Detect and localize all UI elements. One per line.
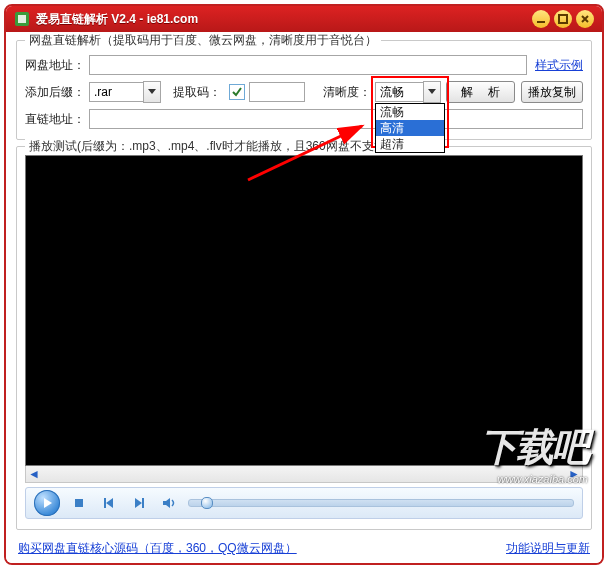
- close-button[interactable]: [576, 10, 594, 28]
- scroll-right-icon[interactable]: ►: [566, 467, 582, 481]
- play-button[interactable]: [34, 490, 60, 516]
- svg-rect-1: [18, 15, 26, 23]
- horizontal-scrollbar[interactable]: ◄ ►: [25, 466, 583, 483]
- parse-button[interactable]: 解 析: [446, 81, 515, 103]
- code-input[interactable]: [249, 82, 305, 102]
- svg-rect-5: [75, 499, 83, 507]
- example-link[interactable]: 样式示例: [535, 57, 583, 74]
- player-group: 播放测试(后缀为：.mp3、.mp4、.flv时才能播放，且360网盘不支持播放…: [16, 146, 592, 530]
- suffix-input[interactable]: [89, 82, 143, 102]
- scroll-left-icon[interactable]: ◄: [26, 467, 42, 481]
- svg-rect-2: [537, 21, 545, 23]
- titlebar: 爱易直链解析 V2.4 - ie81.com: [6, 6, 602, 32]
- direct-input[interactable]: [89, 109, 583, 129]
- direct-label: 直链地址：: [25, 111, 85, 128]
- svg-rect-6: [104, 498, 106, 508]
- play-copy-button[interactable]: 播放复制: [521, 81, 583, 103]
- window-title: 爱易直链解析 V2.4 - ie81.com: [36, 11, 528, 28]
- svg-rect-3: [559, 15, 567, 23]
- maximize-button[interactable]: [554, 10, 572, 28]
- video-area[interactable]: [25, 155, 583, 466]
- minimize-button[interactable]: [532, 10, 550, 28]
- player-legend: 播放测试(后缀为：.mp3、.mp4、.flv时才能播放，且360网盘不支持播放: [25, 138, 414, 155]
- quality-option[interactable]: 超清: [376, 136, 444, 152]
- prev-button[interactable]: [98, 492, 120, 514]
- svg-rect-7: [142, 498, 144, 508]
- quality-label: 清晰度：: [323, 84, 371, 101]
- quality-option[interactable]: 高清: [376, 120, 444, 136]
- seek-thumb[interactable]: [201, 497, 213, 509]
- chevron-down-icon[interactable]: [143, 81, 161, 103]
- suffix-combo[interactable]: [89, 81, 161, 103]
- seek-bar[interactable]: [188, 499, 574, 507]
- code-checkbox[interactable]: [229, 84, 245, 100]
- help-link[interactable]: 功能说明与更新: [506, 540, 590, 557]
- app-icon: [14, 11, 30, 27]
- next-button[interactable]: [128, 492, 150, 514]
- code-label: 提取码：: [173, 84, 221, 101]
- media-controls: [25, 487, 583, 519]
- url-input[interactable]: [89, 55, 527, 75]
- suffix-label: 添加后缀：: [25, 84, 85, 101]
- volume-icon[interactable]: [158, 492, 180, 514]
- source-legend: 网盘直链解析（提取码用于百度、微云网盘，清晰度用于音悦台）: [25, 32, 381, 49]
- source-group: 网盘直链解析（提取码用于百度、微云网盘，清晰度用于音悦台） 网盘地址： 样式示例…: [16, 40, 592, 140]
- footer: 购买网盘直链核心源码（百度，360，QQ微云网盘） 功能说明与更新: [16, 540, 592, 557]
- url-label: 网盘地址：: [25, 57, 85, 74]
- buy-source-link[interactable]: 购买网盘直链核心源码（百度，360，QQ微云网盘）: [18, 540, 297, 557]
- stop-button[interactable]: [68, 492, 90, 514]
- quality-dropdown[interactable]: 流畅 高清 超清: [375, 103, 445, 153]
- quality-option[interactable]: 流畅: [376, 104, 444, 120]
